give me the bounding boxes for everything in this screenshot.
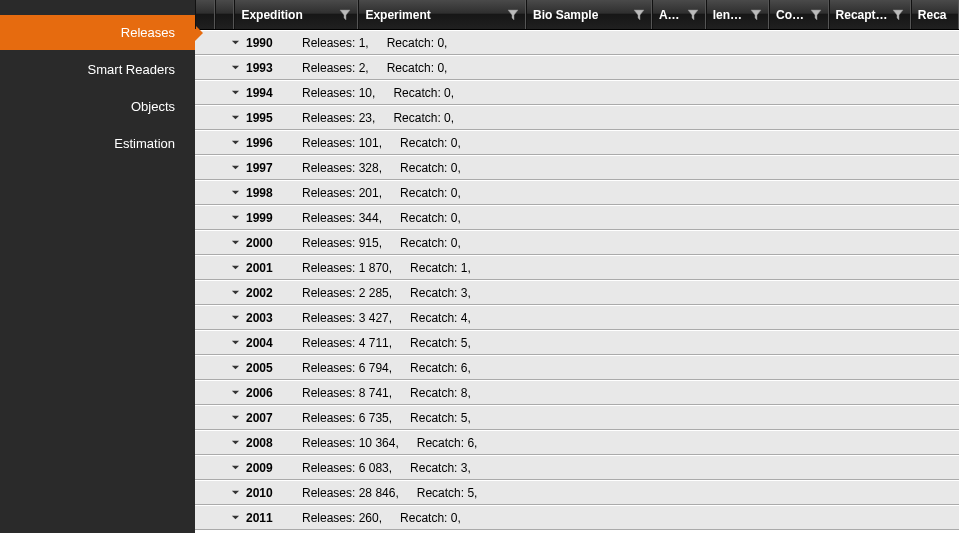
chevron-down-icon[interactable]: [231, 511, 240, 525]
chevron-down-icon[interactable]: [231, 411, 240, 425]
releases-summary: Releases: 10,: [302, 86, 375, 100]
chevron-down-icon[interactable]: [231, 36, 240, 50]
group-year: 2007: [246, 411, 282, 425]
sidebar-item-releases[interactable]: Releases: [0, 15, 195, 50]
chevron-down-icon[interactable]: [231, 186, 240, 200]
column-label: Experiment: [365, 8, 503, 22]
recatch-summary: Recatch: 0,: [387, 61, 448, 75]
column-header[interactable]: Count: [769, 0, 829, 29]
group-year: 2001: [246, 261, 282, 275]
group-year: 2005: [246, 361, 282, 375]
column-header[interactable]: Reca: [911, 0, 959, 29]
column-header[interactable]: Experiment: [358, 0, 526, 29]
group-row[interactable]: 2007Releases: 6 735,Recatch: 5,: [195, 405, 959, 430]
chevron-down-icon[interactable]: [231, 61, 240, 75]
group-row[interactable]: 2010Releases: 28 846,Recatch: 5,: [195, 480, 959, 505]
group-row[interactable]: 2006Releases: 8 741,Recatch: 8,: [195, 380, 959, 405]
filter-icon[interactable]: [507, 9, 519, 21]
filter-icon[interactable]: [687, 9, 699, 21]
column-header[interactable]: Expedition: [234, 0, 358, 29]
column-label: length: [713, 8, 746, 22]
recatch-summary: Recatch: 0,: [400, 211, 461, 225]
recatch-summary: Recatch: 4,: [410, 311, 471, 325]
chevron-down-icon[interactable]: [231, 236, 240, 250]
releases-summary: Releases: 328,: [302, 161, 382, 175]
group-year: 1996: [246, 136, 282, 150]
group-year: 1994: [246, 86, 282, 100]
chevron-down-icon[interactable]: [231, 336, 240, 350]
releases-summary: Releases: 3 427,: [302, 311, 392, 325]
chevron-down-icon[interactable]: [231, 436, 240, 450]
group-row[interactable]: 1990Releases: 1,Recatch: 0,: [195, 30, 959, 55]
group-year: 2004: [246, 336, 282, 350]
chevron-down-icon[interactable]: [231, 461, 240, 475]
column-header[interactable]: Recapture: [829, 0, 911, 29]
group-row[interactable]: 2008Releases: 10 364,Recatch: 6,: [195, 430, 959, 455]
group-row[interactable]: 1994Releases: 10,Recatch: 0,: [195, 80, 959, 105]
column-header[interactable]: [215, 0, 235, 29]
chevron-down-icon[interactable]: [231, 386, 240, 400]
recatch-summary: Recatch: 3,: [410, 286, 471, 300]
group-year: 1995: [246, 111, 282, 125]
group-year: 2003: [246, 311, 282, 325]
filter-icon[interactable]: [892, 9, 904, 21]
group-row[interactable]: 2005Releases: 6 794,Recatch: 6,: [195, 355, 959, 380]
group-row[interactable]: 2002Releases: 2 285,Recatch: 3,: [195, 280, 959, 305]
group-row[interactable]: 1995Releases: 23,Recatch: 0,: [195, 105, 959, 130]
releases-summary: Releases: 344,: [302, 211, 382, 225]
recatch-summary: Recatch: 0,: [400, 161, 461, 175]
group-row[interactable]: 1998Releases: 201,Recatch: 0,: [195, 180, 959, 205]
group-row[interactable]: 2011Releases: 260,Recatch: 0,: [195, 505, 959, 530]
group-row[interactable]: 1999Releases: 344,Recatch: 0,: [195, 205, 959, 230]
group-row[interactable]: 1996Releases: 101,Recatch: 0,: [195, 130, 959, 155]
group-row[interactable]: 2004Releases: 4 711,Recatch: 5,: [195, 330, 959, 355]
sidebar-item-smart-readers[interactable]: Smart Readers: [0, 52, 195, 87]
chevron-down-icon[interactable]: [231, 361, 240, 375]
group-row[interactable]: 2003Releases: 3 427,Recatch: 4,: [195, 305, 959, 330]
recatch-summary: Recatch: 0,: [393, 111, 454, 125]
chevron-down-icon[interactable]: [231, 311, 240, 325]
filter-icon[interactable]: [810, 9, 822, 21]
recatch-summary: Recatch: 6,: [410, 361, 471, 375]
filter-icon[interactable]: [633, 9, 645, 21]
chevron-down-icon[interactable]: [231, 211, 240, 225]
group-row[interactable]: 1997Releases: 328,Recatch: 0,: [195, 155, 959, 180]
chevron-down-icon[interactable]: [231, 161, 240, 175]
sidebar-item-label: Estimation: [114, 136, 175, 151]
chevron-down-icon[interactable]: [231, 486, 240, 500]
grid-body: 1990Releases: 1,Recatch: 0,1993Releases:…: [195, 30, 959, 533]
recatch-summary: Recatch: 0,: [393, 86, 454, 100]
sidebar-item-objects[interactable]: Objects: [0, 89, 195, 124]
column-header[interactable]: [195, 0, 215, 29]
releases-summary: Releases: 28 846,: [302, 486, 399, 500]
filter-icon[interactable]: [750, 9, 762, 21]
group-year: 1993: [246, 61, 282, 75]
group-year: 1997: [246, 161, 282, 175]
column-header[interactable]: Area: [652, 0, 706, 29]
column-header[interactable]: Bio Sample: [526, 0, 652, 29]
chevron-down-icon[interactable]: [231, 286, 240, 300]
group-row[interactable]: 2001Releases: 1 870,Recatch: 1,: [195, 255, 959, 280]
recatch-summary: Recatch: 5,: [410, 411, 471, 425]
group-row[interactable]: 2000Releases: 915,Recatch: 0,: [195, 230, 959, 255]
releases-summary: Releases: 1 870,: [302, 261, 392, 275]
releases-summary: Releases: 101,: [302, 136, 382, 150]
chevron-down-icon[interactable]: [231, 261, 240, 275]
chevron-down-icon[interactable]: [231, 86, 240, 100]
sidebar-item-label: Releases: [121, 25, 175, 40]
filter-icon[interactable]: [339, 9, 351, 21]
column-label: Reca: [918, 8, 952, 22]
releases-summary: Releases: 8 741,: [302, 386, 392, 400]
sidebar: Releases Smart Readers Objects Estimatio…: [0, 0, 195, 533]
chevron-down-icon[interactable]: [231, 136, 240, 150]
group-row[interactable]: 1993Releases: 2,Recatch: 0,: [195, 55, 959, 80]
chevron-down-icon[interactable]: [231, 111, 240, 125]
sidebar-item-estimation[interactable]: Estimation: [0, 126, 195, 161]
recatch-summary: Recatch: 0,: [400, 186, 461, 200]
releases-summary: Releases: 260,: [302, 511, 382, 525]
column-label: Count: [776, 8, 806, 22]
recatch-summary: Recatch: 1,: [410, 261, 471, 275]
recatch-summary: Recatch: 0,: [400, 511, 461, 525]
column-header[interactable]: length: [706, 0, 769, 29]
group-row[interactable]: 2009Releases: 6 083,Recatch: 3,: [195, 455, 959, 480]
